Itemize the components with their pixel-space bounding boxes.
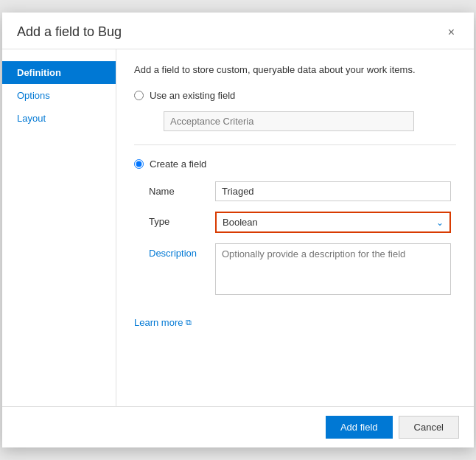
description-label: Description [149,243,215,259]
type-select[interactable]: Boolean String Integer Double DateTime I… [215,212,451,233]
create-field-section: Create a field Name Type Boolean String … [134,158,456,295]
dialog: Add a field to Bug × Definition Options … [2,13,474,447]
sidebar: Definition Options Layout [2,49,116,406]
create-field-label[interactable]: Create a field [150,158,206,170]
create-field-option: Create a field [134,158,456,170]
learn-more-link[interactable]: Learn more ⧉ [134,317,192,328]
use-existing-group: Use an existing field [134,90,456,131]
dialog-title: Add a field to Bug [17,24,122,40]
dialog-body: Definition Options Layout Add a field to… [2,49,474,406]
use-existing-radio[interactable] [134,91,144,100]
add-field-button[interactable]: Add field [326,416,393,439]
name-label: Name [149,181,215,197]
name-row: Name [149,181,456,201]
type-select-wrapper: Boolean String Integer Double DateTime I… [215,212,451,233]
close-button[interactable]: × [444,25,459,40]
use-existing-option: Use an existing field [134,90,456,101]
description-row: Description [149,243,456,295]
type-row: Type Boolean String Integer Double DateT… [149,212,456,233]
name-input[interactable] [215,181,451,201]
sidebar-item-layout[interactable]: Layout [2,107,116,130]
sidebar-item-definition[interactable]: Definition [2,61,116,84]
external-link-icon: ⧉ [186,318,192,327]
cancel-button[interactable]: Cancel [399,416,459,439]
description-textarea[interactable] [215,243,451,295]
dialog-header: Add a field to Bug × [2,13,474,49]
dialog-footer: Add field Cancel [2,406,474,447]
type-label: Type [149,212,215,227]
divider [134,144,456,145]
use-existing-label[interactable]: Use an existing field [150,90,235,101]
create-field-radio[interactable] [134,159,144,169]
main-content: Add a field to store custom, queryable d… [116,49,474,406]
existing-field-input[interactable] [164,111,414,131]
sidebar-item-options[interactable]: Options [2,84,116,107]
intro-text: Add a field to store custom, queryable d… [134,64,456,75]
